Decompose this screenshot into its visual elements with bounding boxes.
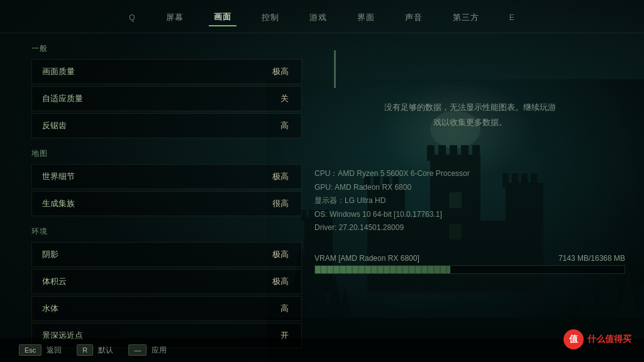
watermark-text: 什么值得买: [587, 334, 631, 345]
setting-adaptive-quality[interactable]: 自适应质量 关: [31, 86, 302, 111]
nav-item-sound[interactable]: 声音: [400, 9, 428, 26]
setting-antialiasing[interactable]: 反锯齿 高: [31, 113, 302, 138]
setting-shadow[interactable]: 阴影 极高: [31, 242, 302, 267]
section-general-label: 一般: [31, 43, 302, 54]
no-data-message: 没有足够的数据，无法显示性能图表。继续玩游戏以收集更多数据。: [382, 100, 558, 129]
right-info-area: 没有足够的数据，无法显示性能图表。继续玩游戏以收集更多数据。 CPU：AMD R…: [314, 46, 625, 324]
bottom-action-bar: Esc 返回 R 默认 — 应用: [0, 338, 644, 362]
setting-water-label: 水体: [42, 303, 58, 314]
nav-item-screen[interactable]: 屏幕: [161, 9, 189, 26]
top-navigation: Q 屏幕 画面 控制 游戏 界面 声音 第三方 E: [0, 0, 644, 33]
setting-cluster-gen[interactable]: 生成集族 很高: [31, 191, 302, 216]
nav-item-thirdparty[interactable]: 第三方: [448, 9, 484, 26]
nav-item-e[interactable]: E: [504, 11, 520, 25]
nav-item-control[interactable]: 控制: [257, 9, 284, 26]
key-esc: Esc: [19, 344, 42, 356]
setting-cluster-gen-value: 很高: [272, 198, 289, 209]
nav-item-game[interactable]: 游戏: [304, 9, 332, 26]
gpu-info: GPU: AMD Radeon RX 6800: [314, 181, 625, 195]
vram-bar-container: [314, 265, 625, 274]
action-default[interactable]: R 默认: [77, 344, 113, 356]
action-apply[interactable]: — 应用: [128, 344, 167, 356]
action-apply-label: 应用: [152, 345, 167, 356]
setting-picture-quality[interactable]: 画面质量 极高: [31, 59, 302, 84]
vram-usage: 7143 MB/16368 MB: [558, 254, 625, 263]
setting-volumetric-cloud-value: 极高: [272, 276, 289, 287]
info-panel: 没有足够的数据，无法显示性能图表。继续玩游戏以收集更多数据。 CPU：AMD R…: [302, 33, 644, 362]
vram-header: VRAM [AMD Radeon RX 6800] 7143 MB/16368 …: [314, 254, 625, 263]
vram-bar-fill: [315, 266, 450, 273]
setting-antialiasing-label: 反锯齿: [42, 120, 67, 131]
setting-world-detail-label: 世界细节: [42, 171, 75, 182]
setting-adaptive-quality-value: 关: [280, 93, 289, 104]
content-area: 一般 画面质量 极高 自适应质量 关 反锯齿 高 地图 世界细节 极高: [0, 33, 644, 362]
nav-item-q[interactable]: Q: [124, 11, 140, 25]
setting-water[interactable]: 水体 高: [31, 296, 302, 321]
setting-antialiasing-value: 高: [280, 120, 289, 131]
setting-world-detail-value: 极高: [272, 171, 289, 182]
setting-world-detail[interactable]: 世界细节 极高: [31, 164, 302, 189]
action-default-label: 默认: [98, 345, 113, 356]
settings-panel: 一般 画面质量 极高 自适应质量 关 反锯齿 高 地图 世界细节 极高: [0, 33, 302, 362]
watermark-icon: 值: [564, 329, 584, 349]
display-info: 显示器：LG Ultra HD: [314, 194, 625, 208]
cpu-info: CPU：AMD Ryzen 5 5600X 6-Core Processor: [314, 167, 625, 181]
key-dash: —: [128, 344, 147, 356]
nav-item-ui[interactable]: 界面: [352, 9, 380, 26]
vram-bar-stripes: [315, 266, 450, 273]
action-back[interactable]: Esc 返回: [19, 344, 62, 356]
setting-cluster-gen-label: 生成集族: [42, 198, 75, 209]
action-back-label: 返回: [47, 345, 62, 356]
setting-adaptive-quality-label: 自适应质量: [42, 93, 83, 104]
nav-item-display[interactable]: 画面: [209, 9, 236, 26]
system-info: CPU：AMD Ryzen 5 5600X 6-Core Processor G…: [314, 167, 625, 235]
setting-water-value: 高: [280, 303, 289, 314]
main-container: Q 屏幕 画面 控制 游戏 界面 声音 第三方 E 一般 画面质量 极高 自适应…: [0, 0, 644, 362]
os-info: OS: Windows 10 64-bit [10.0.17763.1]: [314, 208, 625, 222]
vram-section: VRAM [AMD Radeon RX 6800] 7143 MB/16368 …: [314, 254, 625, 274]
setting-shadow-label: 阴影: [42, 249, 58, 260]
setting-picture-quality-value: 极高: [272, 66, 289, 77]
setting-volumetric-cloud-label: 体积云: [42, 276, 67, 287]
driver-info: Driver: 27.20.14501.28009: [314, 221, 625, 235]
setting-picture-quality-label: 画面质量: [42, 66, 75, 77]
vram-label: VRAM [AMD Radeon RX 6800]: [314, 254, 419, 263]
setting-volumetric-cloud[interactable]: 体积云 极高: [31, 269, 302, 294]
watermark: 值 什么值得买: [564, 329, 631, 349]
section-map-label: 地图: [31, 148, 302, 159]
section-env-label: 环境: [31, 226, 302, 237]
key-r: R: [77, 344, 93, 356]
setting-shadow-value: 极高: [272, 249, 289, 260]
